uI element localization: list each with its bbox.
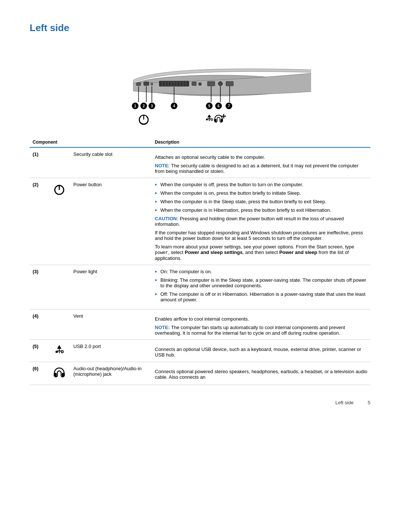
svg-rect-2 bbox=[144, 82, 149, 86]
list-item: When the computer is in Hibernation, pre… bbox=[155, 207, 367, 213]
bullet-list: When the computer is off, press the butt… bbox=[155, 182, 367, 213]
list-item: Off: The computer is off or in Hibernati… bbox=[155, 291, 367, 302]
description-text: Connects optional powered stereo speaker… bbox=[155, 369, 367, 380]
description-text: Attaches an optional security cable to t… bbox=[155, 154, 367, 160]
component-icon bbox=[48, 362, 70, 385]
header-description: Description bbox=[152, 137, 370, 147]
footer-section-name: Left side bbox=[336, 400, 354, 405]
component-number: (5) bbox=[30, 340, 48, 362]
page-title: Left side bbox=[30, 22, 370, 34]
svg-point-17 bbox=[218, 81, 223, 86]
list-item: On: The computer is on. bbox=[155, 269, 367, 274]
component-description: When the computer is off, press the butt… bbox=[152, 178, 370, 265]
svg-text:6: 6 bbox=[217, 104, 220, 108]
power-icon bbox=[52, 182, 66, 196]
component-description: Enables airflow to cool internal compone… bbox=[152, 310, 370, 340]
note-block: NOTE: The security cable is designed to … bbox=[155, 163, 367, 174]
component-icon bbox=[48, 340, 70, 362]
svg-text:7: 7 bbox=[228, 104, 230, 108]
svg-rect-54 bbox=[56, 351, 58, 353]
component-number: (2) bbox=[30, 178, 48, 265]
table-row: (5) USB 2.0 portConnects an optional USB… bbox=[30, 340, 370, 362]
component-name: Power button bbox=[70, 178, 152, 265]
table-row: (4)VentEnables airflow to cool internal … bbox=[30, 310, 370, 340]
svg-text:3: 3 bbox=[151, 104, 153, 108]
bullet-list: On: The computer is on.Blinking: The com… bbox=[155, 269, 367, 302]
component-name: Audio-out (headphone)/Audio-in (micropho… bbox=[70, 362, 152, 385]
component-description: On: The computer is on.Blinking: The com… bbox=[152, 265, 370, 310]
list-item: When the computer is off, press the butt… bbox=[155, 182, 367, 187]
component-number: (3) bbox=[30, 265, 48, 310]
component-name: Vent bbox=[70, 310, 152, 340]
component-name: USB 2.0 port bbox=[70, 340, 152, 362]
svg-rect-56 bbox=[54, 373, 57, 377]
svg-point-3 bbox=[151, 83, 153, 85]
component-name: Security cable slot bbox=[70, 147, 152, 178]
page-footer: Left side 5 bbox=[30, 400, 370, 405]
description-text-mixed: To learn more about your power settings,… bbox=[155, 244, 367, 261]
table-row: (6) Audio-out (headphone)/Audio-in (micr… bbox=[30, 362, 370, 385]
table-header-row: Component Description bbox=[30, 137, 370, 147]
svg-point-45 bbox=[211, 119, 213, 121]
svg-rect-57 bbox=[62, 373, 65, 377]
svg-rect-47 bbox=[221, 119, 223, 122]
svg-rect-44 bbox=[206, 119, 208, 120]
component-icon bbox=[48, 310, 70, 340]
caution-block: CAUTION: Pressing and holding down the p… bbox=[155, 216, 367, 227]
component-name: Power light bbox=[70, 265, 152, 310]
svg-rect-14 bbox=[192, 82, 196, 86]
svg-rect-46 bbox=[214, 119, 216, 122]
component-description: Connects optional powered stereo speaker… bbox=[152, 362, 370, 385]
list-item: Blinking: The computer is in the Sleep s… bbox=[155, 277, 367, 288]
note-block: NOTE: The computer fan starts up automat… bbox=[155, 325, 367, 336]
component-icon bbox=[48, 265, 70, 310]
component-description: Attaches an optional security cable to t… bbox=[152, 147, 370, 178]
description-text: Enables airflow to cool internal compone… bbox=[155, 316, 367, 322]
component-icon bbox=[48, 147, 70, 178]
svg-text:1: 1 bbox=[134, 104, 136, 108]
table-row: (1)Security cable slotAttaches an option… bbox=[30, 147, 370, 178]
component-number: (1) bbox=[30, 147, 48, 178]
laptop-diagram: 1 2 3 4 5 6 7 bbox=[30, 45, 370, 126]
laptop-diagram-svg: 1 2 3 4 5 6 7 bbox=[89, 45, 311, 126]
svg-text:2: 2 bbox=[143, 104, 145, 108]
list-item: When the computer is in the Sleep state,… bbox=[155, 199, 367, 204]
svg-point-55 bbox=[61, 351, 63, 353]
svg-text:4: 4 bbox=[173, 104, 175, 108]
svg-point-15 bbox=[199, 83, 201, 86]
table-row: (2) Power buttonWhen the computer is off… bbox=[30, 178, 370, 265]
description-text: Connects an optional USB device, such as… bbox=[155, 347, 367, 358]
list-item: When the computer is on, press the butto… bbox=[155, 190, 367, 196]
svg-text:5: 5 bbox=[208, 104, 210, 108]
component-number: (6) bbox=[30, 362, 48, 385]
table-row: (3)Power lightOn: The computer is on.Bli… bbox=[30, 265, 370, 310]
components-table: Component Description (1)Security cable … bbox=[30, 137, 370, 385]
description-text: If the computer has stopped responding a… bbox=[155, 230, 367, 241]
headphone-icon bbox=[52, 366, 66, 380]
usb-icon bbox=[53, 344, 66, 357]
svg-rect-16 bbox=[207, 81, 215, 86]
footer-page-number: 5 bbox=[368, 400, 370, 405]
svg-rect-18 bbox=[226, 81, 233, 86]
component-description: Connects an optional USB device, such as… bbox=[152, 340, 370, 362]
svg-rect-1 bbox=[136, 83, 141, 86]
component-number: (4) bbox=[30, 310, 48, 340]
header-component: Component bbox=[30, 137, 152, 147]
component-icon bbox=[48, 178, 70, 265]
